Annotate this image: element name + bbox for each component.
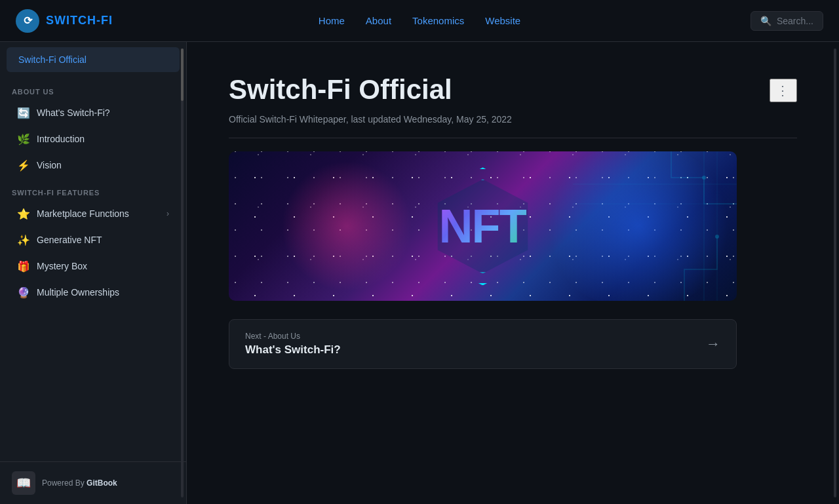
- nav-link-about[interactable]: About: [366, 15, 391, 26]
- sidebar-item-label: Introduction: [37, 134, 85, 144]
- page-header: Switch-Fi Official ⋮: [229, 73, 797, 106]
- sidebar-item-whats-switchfi[interactable]: 🔄 What's Switch-Fi?: [5, 100, 181, 125]
- glow-left: [281, 161, 412, 292]
- star-icon: ⭐: [17, 207, 30, 220]
- search-icon: 🔍: [760, 16, 771, 26]
- page-title: Switch-Fi Official: [229, 73, 452, 106]
- nft-banner-text: NFT: [439, 199, 527, 253]
- nav-link-home[interactable]: Home: [319, 15, 345, 26]
- sidebar-item-multiple-ownerships[interactable]: 🔮 Multiple Ownerships: [5, 280, 181, 305]
- sparkle-icon: ✨: [17, 233, 30, 246]
- main-content: Switch-Fi Official ⋮ Official Switch-Fi …: [187, 42, 839, 504]
- sidebar-item-label: What's Switch-Fi?: [37, 107, 110, 118]
- sidebar-item-mystery-box[interactable]: 🎁 Mystery Box: [5, 254, 181, 279]
- svg-point-4: [702, 176, 706, 180]
- logo-text: SWITCH-FI: [46, 14, 113, 28]
- next-card-label: Next - About Us: [245, 332, 341, 341]
- next-card-title: What's Switch-Fi?: [245, 343, 341, 357]
- sidebar-item-label: Generative NFT: [37, 235, 102, 245]
- refresh-icon: 🔄: [17, 106, 30, 119]
- leaf-icon: 🌿: [17, 132, 30, 145]
- search-placeholder: Search...: [777, 16, 813, 26]
- nav-links: Home About Tokenomics Website: [319, 15, 520, 26]
- logo-icon: ⟳: [16, 9, 39, 33]
- sidebar-item-introduction[interactable]: 🌿 Introduction: [5, 126, 181, 151]
- arrow-right-icon: →: [706, 336, 720, 353]
- chevron-right-icon: ›: [166, 209, 169, 218]
- powered-by-text: Powered By GitBook: [42, 478, 117, 488]
- sidebar-active-item[interactable]: Switch-Fi Official: [7, 47, 180, 72]
- sidebar-item-generative-nft[interactable]: ✨ Generative NFT: [5, 227, 181, 252]
- sidebar-active-link[interactable]: Switch-Fi Official: [18, 54, 87, 65]
- sidebar-item-label: Mystery Box: [37, 261, 87, 271]
- gitbook-icon: 📖: [12, 471, 35, 495]
- next-card-content: Next - About Us What's Switch-Fi?: [245, 332, 341, 357]
- nav-link-website[interactable]: Website: [485, 15, 520, 26]
- sidebar-section-features: SWITCH-FI FEATURES: [0, 178, 186, 201]
- sidebar-section-about: ABOUT US: [0, 77, 186, 100]
- divider: [229, 138, 797, 138]
- sidebar-item-label: Marketplace Functions: [37, 208, 129, 219]
- next-card[interactable]: Next - About Us What's Switch-Fi? →: [229, 319, 737, 369]
- sidebar: Switch-Fi Official ABOUT US 🔄 What's Swi…: [0, 42, 187, 504]
- gift-icon: 🎁: [17, 260, 30, 273]
- sidebar-footer: 📖 Powered By GitBook: [0, 461, 186, 504]
- sidebar-item-label: Multiple Ownerships: [37, 287, 119, 298]
- lightning-icon: ⚡: [17, 159, 30, 172]
- crystal-icon: 🔮: [17, 286, 30, 299]
- top-navigation: ⟳ SWITCH-FI Home About Tokenomics Websit…: [0, 0, 839, 42]
- nav-link-tokenomics[interactable]: Tokenomics: [412, 15, 464, 26]
- sidebar-item-label: Vision: [37, 160, 62, 170]
- more-options-button[interactable]: ⋮: [770, 79, 797, 102]
- scroll-indicator: [834, 48, 836, 497]
- logo[interactable]: ⟳ SWITCH-FI: [16, 9, 113, 33]
- sidebar-item-vision[interactable]: ⚡ Vision: [5, 153, 181, 178]
- search-bar[interactable]: 🔍 Search...: [751, 11, 823, 31]
- svg-point-5: [715, 235, 719, 239]
- nft-banner: NFT: [229, 151, 737, 301]
- circuit-lines: [573, 151, 737, 301]
- page-subtitle: Official Switch-Fi Whitepaper, last upda…: [229, 114, 797, 125]
- hex-container: NFT: [418, 167, 549, 285]
- sidebar-item-marketplace[interactable]: ⭐ Marketplace Functions ›: [5, 201, 181, 226]
